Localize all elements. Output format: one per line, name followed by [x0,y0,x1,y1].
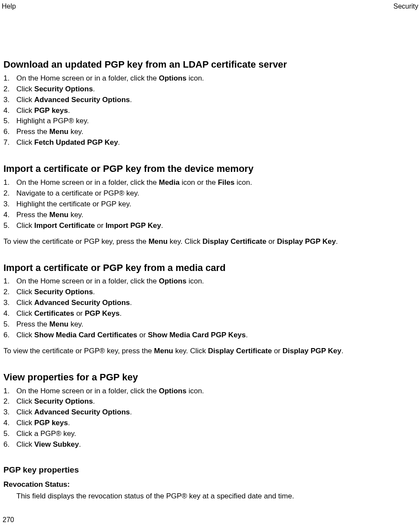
step-number: 5. [3,116,16,126]
page: Help Security Download an updated PGP ke… [0,0,420,529]
text-segment: Menu [154,347,173,355]
text-segment: key. [68,320,84,328]
steps-list: 1.On the Home screen or in a folder, cli… [3,386,417,450]
text-segment: . [341,347,343,355]
step-text: Highlight the certificate or PGP key. [16,199,417,209]
text-segment: PGP keys [34,419,68,427]
step-number: 6. [3,330,16,340]
text-segment: Click a PGP® key. [16,429,76,438]
step-item: 4.Click PGP keys. [3,106,417,116]
step-number: 1. [3,277,16,286]
step-text: Click PGP keys. [16,418,417,428]
step-number: 1. [3,74,16,84]
text-segment: Options [159,74,187,82]
step-item: 2.Navigate to a certificate or PGP® key. [3,189,417,199]
text-segment: PGP keys [34,106,68,115]
step-item: 3.Highlight the certificate or PGP key. [3,199,417,209]
text-segment: Security Options [34,288,93,296]
text-segment: PGP Keys [85,309,120,317]
step-number: 4. [3,418,16,428]
step-text: Click a PGP® key. [16,429,417,439]
step-item: 5.Highlight a PGP® key. [3,116,417,126]
property-term: Revocation Status: [3,480,417,490]
text-segment: Advanced Security Options [34,299,130,307]
text-segment: . [120,309,122,317]
header-left: Help [0,2,16,11]
step-text: On the Home screen or in a folder, click… [16,277,417,286]
page-content: Download an updated PGP key from an LDAP… [3,58,417,513]
text-segment: Show Media Card Certificates [34,331,137,339]
steps-list: 1.On the Home screen or in a folder, cli… [3,277,417,340]
step-text: Press the Menu key. [16,320,417,330]
text-segment: On the Home screen or in a folder, click… [16,387,159,395]
text-segment: icon. [187,387,204,395]
text-segment: Click [16,299,34,307]
step-item: 3.Click Advanced Security Options. [3,95,417,105]
text-segment: On the Home screen or in a folder, click… [16,178,159,187]
steps-list: 1.On the Home screen or in a folder, cli… [3,74,417,148]
text-segment: Click [16,331,34,339]
text-segment: . [246,331,248,339]
text-segment: Press the [16,128,50,136]
text-segment: Click [16,96,34,104]
text-segment: or [272,347,283,355]
page-number: 270 [3,515,14,525]
text-segment: To view the certificate or PGP key, pres… [3,237,149,246]
steps-list: 1.On the Home screen or in a folder, cli… [3,178,417,231]
step-item: 1.On the Home screen or in a folder, cli… [3,386,417,396]
text-segment: Click [16,85,34,93]
step-number: 4. [3,309,16,319]
step-text: Click Security Options. [16,287,417,297]
text-segment: . [118,138,120,146]
step-item: 5.Click a PGP® key. [3,429,417,439]
text-segment: . [93,85,95,93]
text-segment: . [68,419,70,427]
text-segment: or [137,331,148,339]
text-segment: . [79,440,81,448]
text-segment: key. Click [168,237,202,246]
text-segment: . [130,96,132,104]
step-item: 1.On the Home screen or in a folder, cli… [3,277,417,286]
text-segment: Click [16,440,34,448]
step-number: 3. [3,298,16,308]
step-text: Click Advanced Security Options. [16,408,417,417]
text-segment: Press the [16,211,50,219]
step-number: 2. [3,397,16,407]
text-segment: or [95,221,106,230]
text-segment: Menu [50,128,68,136]
step-number: 7. [3,138,16,148]
step-item: 1.On the Home screen or in a folder, cli… [3,178,417,188]
text-segment: Show Media Card PGP Keys [148,331,246,339]
text-segment: key. Click [173,347,208,355]
step-number: 2. [3,287,16,297]
step-number: 3. [3,408,16,417]
step-text: Click Security Options. [16,84,417,94]
step-item: 2.Click Security Options. [3,397,417,407]
step-text: On the Home screen or in a folder, click… [16,386,417,396]
section-note: To view the certificate or PGP key, pres… [3,237,417,247]
step-item: 2.Click Security Options. [3,84,417,94]
step-item: 4.Click Certificates or PGP Keys. [3,309,417,319]
text-segment: Advanced Security Options [34,408,130,416]
text-segment: . [130,408,132,416]
text-segment: icon. [187,277,204,285]
text-segment: icon. [187,74,204,82]
step-number: 2. [3,189,16,199]
text-segment: Menu [50,320,68,328]
step-number: 4. [3,210,16,220]
text-segment: Click [16,221,34,230]
text-segment: Click [16,138,34,146]
text-segment: . [130,299,132,307]
text-segment: . [161,221,163,230]
step-item: 5.Press the Menu key. [3,320,417,330]
section-heading: View properties for a PGP key [3,371,417,384]
text-segment: Import PGP Key [106,221,161,230]
step-text: Press the Menu key. [16,210,417,220]
step-number: 6. [3,127,16,137]
step-number: 3. [3,199,16,209]
text-segment: Security Options [34,85,93,93]
text-segment: Click [16,419,34,427]
text-segment: Press the [16,320,50,328]
text-segment: Display Certificate [202,237,266,246]
text-segment: icon. [234,178,252,187]
